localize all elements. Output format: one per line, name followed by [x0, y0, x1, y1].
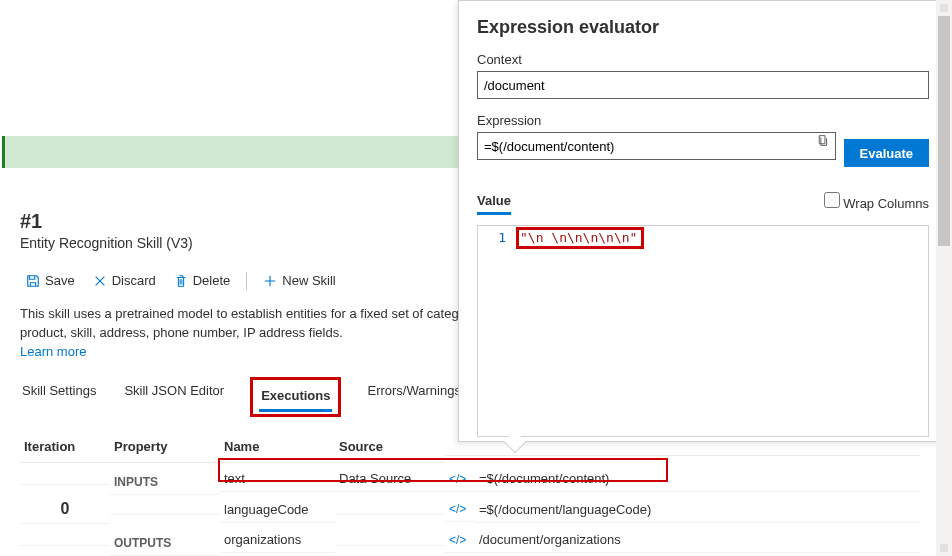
inputs-label: INPUTS: [110, 463, 220, 495]
copy-icon[interactable]: [816, 134, 829, 150]
expression-input[interactable]: [477, 132, 836, 160]
wrap-columns-label: Wrap Columns: [843, 196, 929, 211]
save-button[interactable]: Save: [20, 269, 81, 292]
new-skill-button[interactable]: New Skill: [257, 269, 341, 292]
code-icon-1[interactable]: </>: [445, 497, 475, 522]
tab-executions-highlight: Executions: [250, 377, 341, 417]
delete-button[interactable]: Delete: [168, 269, 237, 292]
scrollbar-thumb[interactable]: [938, 16, 950, 246]
line-gutter: 1: [478, 226, 514, 436]
learn-more-link[interactable]: Learn more: [20, 344, 86, 359]
code-icon-2[interactable]: </>: [445, 528, 475, 553]
cell-iter: [20, 474, 110, 485]
row-path-1: =$(/document/languageCode): [475, 497, 920, 523]
value-area: 1 "\n \n\n\n\n\n": [477, 225, 929, 437]
row-highlight-annotation: [218, 458, 668, 482]
save-label: Save: [45, 273, 75, 288]
cell-prop-1: [110, 504, 220, 515]
col-iteration: Iteration: [20, 431, 110, 463]
row-srctype-1: [335, 504, 445, 515]
vertical-scrollbar[interactable]: [936, 0, 952, 556]
wrap-columns-input[interactable]: [824, 192, 840, 208]
row-name-1: languageCode: [220, 497, 335, 523]
tab-errors[interactable]: Errors/Warnings (: [365, 377, 470, 417]
evaluate-button[interactable]: Evaluate: [844, 139, 929, 167]
iteration-value: 0: [20, 495, 110, 524]
evaluator-title: Expression evaluator: [477, 17, 929, 38]
delete-icon: [174, 274, 188, 288]
new-skill-label: New Skill: [282, 273, 335, 288]
plus-icon: [263, 274, 277, 288]
tab-json[interactable]: Skill JSON Editor: [122, 377, 226, 417]
row-path-2: /document/organizations: [475, 527, 920, 553]
outputs-label: OUTPUTS: [110, 524, 220, 556]
col-property: Property: [110, 431, 220, 463]
delete-label: Delete: [193, 273, 231, 288]
value-tab[interactable]: Value: [477, 193, 511, 215]
wrap-columns-checkbox[interactable]: Wrap Columns: [824, 192, 929, 211]
toolbar-divider: [246, 272, 247, 290]
line-number: 1: [486, 230, 506, 245]
value-highlight-annotation: [516, 227, 644, 249]
discard-icon: [93, 274, 107, 288]
expression-label: Expression: [477, 113, 929, 128]
expression-evaluator-popup: Expression evaluator Context Expression …: [458, 0, 948, 442]
context-label: Context: [477, 52, 929, 67]
executions-grid: Iteration Property Name Source INPUTS te…: [20, 431, 920, 556]
discard-button[interactable]: Discard: [87, 269, 162, 292]
row-name-2: organizations: [220, 527, 335, 553]
discard-label: Discard: [112, 273, 156, 288]
tab-settings[interactable]: Skill Settings: [20, 377, 98, 417]
context-input[interactable]: [477, 71, 929, 99]
cell-iter-2: [20, 535, 110, 546]
row-srctype-2: [335, 535, 445, 546]
tab-executions[interactable]: Executions: [259, 382, 332, 412]
value-content[interactable]: "\n \n\n\n\n\n": [514, 226, 928, 436]
save-icon: [26, 274, 40, 288]
